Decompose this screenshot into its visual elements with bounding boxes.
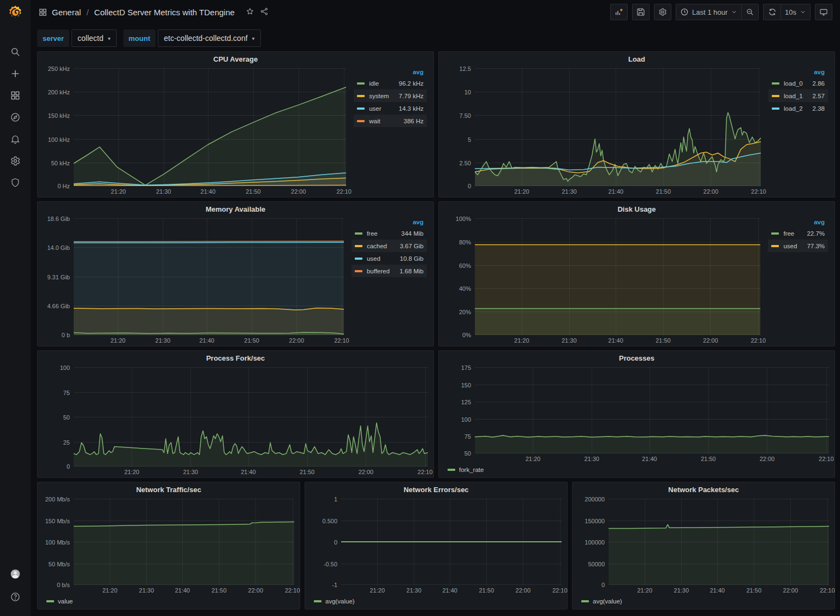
legend-item-used[interactable]: used77.3% [768, 240, 828, 252]
plot-area-network-packets-sec[interactable] [609, 499, 829, 585]
x-tick-label: 21:20 [106, 337, 130, 344]
legend-item-avg(value)[interactable]: avg(value) [581, 598, 622, 605]
star-dashboard-icon[interactable] [246, 7, 254, 17]
plot-area-disk-usage[interactable] [475, 218, 760, 335]
legend-series-name: cached [367, 243, 387, 249]
sidebar-item-alerting-bell-icon[interactable] [6, 132, 25, 146]
y-tick-label: 50 [464, 450, 471, 457]
y-tick-label: 100 Mb/s [45, 539, 70, 546]
sidebar-item-help-icon[interactable] [6, 590, 25, 604]
legend-swatch [357, 82, 365, 85]
x-tick-label: 22:10 [746, 337, 770, 344]
legend-avg-header[interactable]: avg [768, 68, 828, 77]
refresh-interval-picker[interactable]: 10s [781, 4, 811, 20]
sidebar-item-plus-icon[interactable] [6, 67, 25, 81]
series-area-fork_rate [475, 435, 829, 453]
legend-item-avg(value)[interactable]: avg(value) [314, 598, 355, 605]
legend-item-user[interactable]: user14.3 kHz [354, 102, 427, 115]
legend-avg-header[interactable]: avg [352, 218, 427, 227]
x-tick-label: 21:40 [604, 337, 628, 344]
panel-title-load[interactable]: Load [439, 52, 835, 66]
sidebar-item-configuration-gear-icon[interactable] [6, 154, 25, 168]
legend-avg-header[interactable]: avg [768, 218, 828, 227]
legend-avg-header[interactable]: avg [354, 68, 427, 77]
breadcrumb-folder[interactable]: General [52, 8, 81, 17]
dashboard-title[interactable]: CollectD Server Metrics with TDengine [94, 8, 235, 17]
y-tick-label: 125 [461, 399, 471, 405]
sidebar-item-admin-shield-icon[interactable] [6, 176, 25, 190]
legend-series-avg: 386 Hz [404, 118, 424, 124]
legend-item-free[interactable]: free344 Mib [352, 227, 427, 240]
legend-swatch [771, 245, 779, 247]
y-axis: 5075100125150175 [442, 367, 475, 464]
sidebar-item-user-avatar[interactable] [6, 567, 25, 581]
legend-item-fork_rate[interactable]: fork_rate [448, 467, 484, 473]
legend-item-load_1[interactable]: load_12.57 [768, 89, 828, 102]
legend-item-value[interactable]: value [46, 598, 73, 605]
plot-area-processes[interactable] [475, 367, 829, 453]
variable-label-mount: mount [123, 29, 156, 47]
legend-swatch [355, 270, 362, 272]
legend-item-free[interactable]: free22.7% [768, 227, 828, 240]
legend-series-avg: 2.38 [813, 105, 825, 112]
panel-title-network-traffic-sec[interactable]: Network Traffic/sec [38, 482, 300, 497]
chart-canvas-network-traffic-sec [74, 499, 294, 585]
legend: value [38, 596, 300, 609]
legend-item-idle[interactable]: idle96.2 kHz [354, 77, 427, 89]
panel-title-disk-usage[interactable]: Disk Usage [439, 202, 835, 216]
y-tick-label: 0 [67, 463, 70, 470]
variable-value-mount[interactable]: etc-collectd-collectd.conf▾ [158, 29, 260, 47]
legend-item-load_2[interactable]: load_22.38 [768, 102, 828, 115]
sidebar-item-explore-compass-icon[interactable] [6, 110, 25, 124]
legend: avg(value) [573, 596, 835, 609]
legend-item-used[interactable]: used10.8 Gib [352, 252, 427, 265]
panel-title-cpu-average[interactable]: CPU Average [38, 52, 433, 66]
plot-area-cpu-average[interactable] [74, 68, 346, 186]
tv-mode-button[interactable] [815, 4, 832, 20]
sidebar-item-search-icon[interactable] [6, 45, 25, 59]
panel-title-process-fork-sec[interactable]: Process Fork/sec [38, 351, 433, 365]
zoom-out-time-button[interactable] [741, 4, 759, 20]
legend-item-wait[interactable]: wait386 Hz [354, 115, 427, 127]
y-tick-label: -1 [332, 582, 337, 588]
add-panel-button[interactable] [610, 4, 628, 20]
x-tick-label: 21:40 [170, 587, 194, 594]
plot-area-network-errors-sec[interactable] [341, 499, 562, 585]
refresh-button[interactable] [763, 4, 781, 20]
plot-area-memory-available[interactable] [74, 218, 344, 335]
y-tick-label: 100 [461, 416, 471, 423]
y-tick-label: 0 b/s [57, 582, 70, 588]
y-tick-label: 200 Mb/s [45, 496, 70, 503]
y-tick-label: 175 [461, 364, 471, 371]
sidebar-item-dashboards-icon[interactable] [6, 88, 25, 103]
y-axis: 0255075100 [41, 367, 74, 477]
legend-item-load_0[interactable]: load_02.86 [768, 77, 828, 89]
x-tick-label: 21:40 [705, 587, 729, 594]
grafana-logo[interactable] [0, 0, 31, 25]
x-tick-label: 22:00 [699, 188, 723, 195]
share-dashboard-icon[interactable] [260, 7, 269, 17]
legend-item-buffered[interactable]: buffered1.68 Mib [352, 265, 427, 277]
time-range-picker[interactable]: Last 1 hour [676, 4, 741, 20]
legend-item-cached[interactable]: cached3.67 Gib [352, 240, 427, 252]
save-dashboard-button[interactable] [632, 4, 650, 20]
dashboard-settings-button[interactable] [654, 4, 671, 20]
y-tick-label: 40% [459, 285, 471, 292]
x-tick-label: 22:10 [330, 337, 354, 344]
panel-title-memory-available[interactable]: Memory Available [38, 202, 433, 216]
legend-item-system[interactable]: system7.79 kHz [354, 89, 427, 102]
panel-title-network-errors-sec[interactable]: Network Errors/sec [305, 482, 567, 497]
y-tick-label: 4.66 Gib [47, 303, 70, 309]
plot-area-load[interactable] [475, 68, 761, 186]
variable-value-server[interactable]: collectd▾ [72, 29, 117, 47]
plot-area-network-traffic-sec[interactable] [74, 499, 294, 585]
legend-series-name: load_2 [784, 105, 803, 112]
series-area-avg(value) [609, 524, 829, 585]
y-tick-label: 5 [468, 136, 471, 143]
panel-title-processes[interactable]: Processes [439, 351, 835, 365]
x-tick-label: 21:50 [474, 587, 498, 594]
time-range-label: Last 1 hour [692, 8, 728, 16]
panel-title-network-packets-sec[interactable]: Network Packets/sec [573, 482, 835, 497]
y-tick-label: 50 [63, 414, 70, 421]
plot-area-process-fork-sec[interactable] [74, 367, 428, 467]
